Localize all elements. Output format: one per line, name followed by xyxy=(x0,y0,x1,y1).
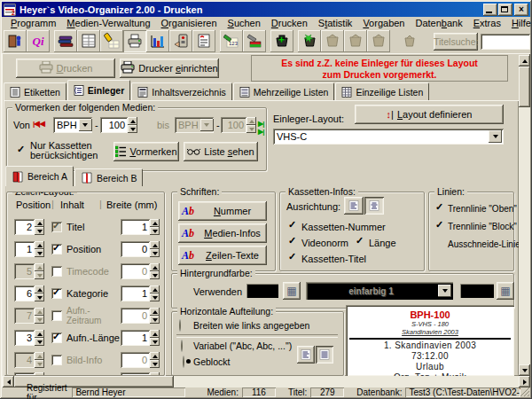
resize-grip[interactable] xyxy=(520,387,529,398)
radio-breiten-wie-links[interactable] xyxy=(179,319,181,332)
menu-drucken[interactable]: Drucken xyxy=(266,17,313,29)
einleger-layout-combo[interactable]: VHS-C xyxy=(273,129,504,145)
breite-spinner[interactable]: 1 xyxy=(121,330,160,346)
align-left-button[interactable] xyxy=(344,197,364,215)
menu-hilfe[interactable]: Hilfe xyxy=(506,17,532,29)
vertical-scrollbar[interactable] xyxy=(519,55,530,376)
breite-spinner[interactable]: 0 xyxy=(121,352,160,368)
farbmodus-combo[interactable]: einfarbig 1 xyxy=(306,282,453,300)
statistics-button[interactable] xyxy=(146,30,169,52)
edit-values-button[interactable]: 123 xyxy=(220,30,243,52)
tab-etiketten[interactable]: Etiketten xyxy=(4,82,66,100)
scroll-left-button[interactable] xyxy=(3,376,14,387)
print-button-toolbar[interactable] xyxy=(123,30,146,52)
breite-spinner[interactable]: 0 xyxy=(121,263,160,279)
vertical-scroll-thumb[interactable] xyxy=(519,66,530,107)
tab-bereich-a[interactable]: Bereich A xyxy=(5,166,74,186)
drucken-button[interactable]: Drucken xyxy=(16,59,115,78)
breite-spinner[interactable]: 0 xyxy=(121,308,160,324)
inhalt-checkbox[interactable] xyxy=(51,288,62,299)
radio-variabel[interactable] xyxy=(181,340,183,352)
breite-spinner[interactable]: 1 xyxy=(121,286,160,301)
menu-extras[interactable]: Extras xyxy=(468,17,506,29)
schrift-nummer-button[interactable]: Ab Nummer xyxy=(178,201,267,221)
radio-geblockt[interactable] xyxy=(183,356,184,368)
menu-medien-verwaltung[interactable]: Medien-Verwaltung xyxy=(61,17,155,29)
block-left-button[interactable] xyxy=(297,346,315,364)
spin-down-icon[interactable] xyxy=(246,125,256,133)
search-flashlight-button[interactable] xyxy=(100,30,123,52)
toggle-switch-button[interactable] xyxy=(169,30,192,52)
spin-down-icon[interactable] xyxy=(128,125,137,133)
breite-spinner[interactable]: 0 xyxy=(121,241,160,257)
pos-spinner[interactable]: 2 xyxy=(14,219,44,235)
tab-bereich-b[interactable]: Bereich B xyxy=(74,168,144,186)
notes-button[interactable] xyxy=(192,30,215,52)
von-nummer-spinner[interactable]: 100 xyxy=(100,117,137,133)
inhalt-checkbox[interactable] xyxy=(51,332,62,343)
export-c-button[interactable] xyxy=(367,30,390,52)
spin-up-icon[interactable] xyxy=(128,117,137,125)
schrift-zeilen-texte-button[interactable]: Ab Zeilen-Texte xyxy=(178,246,267,265)
inhalt-checkbox[interactable] xyxy=(51,266,62,277)
tab-mehrzeilige-listen[interactable]: Mehrzeilige Listen xyxy=(233,82,335,100)
tab-einleger[interactable]: Einleger xyxy=(67,80,130,100)
menu-programm[interactable]: Programm xyxy=(5,17,61,29)
maximize-button[interactable] xyxy=(498,4,512,16)
inhalt-checkbox[interactable] xyxy=(51,244,62,254)
von-prefix-combo[interactable]: BPH xyxy=(53,117,92,133)
minimize-button[interactable] xyxy=(483,4,497,16)
liste-sehen-button[interactable]: Liste sehen xyxy=(184,142,258,161)
inhalt-checkbox[interactable] xyxy=(51,355,62,365)
export-b-button[interactable] xyxy=(344,30,367,52)
pos-spinner[interactable]: 3 xyxy=(14,330,44,346)
scroll-right-button[interactable] xyxy=(519,376,530,387)
menu-suchen[interactable]: Suchen xyxy=(223,17,266,29)
exit-button[interactable] xyxy=(4,30,27,52)
schrift-medien-infos-button[interactable]: Ab Medien-Infos xyxy=(178,223,267,243)
export-a-button[interactable] xyxy=(321,30,344,52)
bis-nummer-spinner[interactable]: 100 xyxy=(221,117,256,133)
title-bar[interactable]: 2 Heyer`s Video-Organizer 2.00 - Drucken… xyxy=(2,2,530,17)
inhalt-checkbox[interactable] xyxy=(51,310,62,321)
vormerken-button[interactable]: Vormerken xyxy=(113,142,179,161)
titelsuche-button[interactable]: Titelsuche: xyxy=(434,33,478,51)
menu-vorgaben[interactable]: Vorgaben xyxy=(357,17,410,29)
dropdown-arrow-icon[interactable] xyxy=(200,119,214,131)
dropdown-arrow-icon[interactable] xyxy=(79,119,92,131)
pos-spinner[interactable]: 1 xyxy=(14,241,44,257)
titelsuche-input[interactable] xyxy=(481,34,530,50)
quick-info-button[interactable]: Qi xyxy=(27,30,50,52)
bis-prefix-combo[interactable]: BPH xyxy=(175,117,214,133)
export-new-button[interactable] xyxy=(298,30,321,52)
menu-datenbank[interactable]: Datenbank xyxy=(410,17,467,29)
media-list-button[interactable] xyxy=(77,30,100,52)
last-media-icon[interactable]: ▶|▶| xyxy=(258,120,266,136)
scroll-down-button[interactable] xyxy=(519,364,530,376)
dropdown-arrow-icon[interactable] xyxy=(489,130,502,143)
add-media-button[interactable] xyxy=(270,30,293,52)
first-media-icon[interactable]: |◀|◀ xyxy=(33,120,44,128)
inhalt-checkbox[interactable] xyxy=(51,222,62,232)
tab-einzeilige-listen[interactable]: Einzeilige Listen xyxy=(335,82,429,100)
pos-spinner[interactable]: 4 xyxy=(14,352,44,368)
layout-definieren-button[interactable]: ↕| Layout definieren xyxy=(355,105,504,124)
spin-up-icon[interactable] xyxy=(246,117,256,125)
edit-colors-button[interactable] xyxy=(243,30,266,52)
palette-button-2[interactable]: ▦ xyxy=(497,282,514,300)
scroll-up-button[interactable] xyxy=(519,55,530,66)
media-books-button[interactable] xyxy=(54,30,77,52)
block-justify-button[interactable] xyxy=(316,346,333,364)
pos-spinner[interactable]: 5 xyxy=(14,263,44,279)
horizontal-scrollbar[interactable] xyxy=(3,376,530,387)
align-center-button[interactable] xyxy=(364,197,384,215)
tab-inhaltsverzeichnis[interactable]: Inhaltsverzeichnis xyxy=(131,82,231,100)
palette-button-1[interactable]: ▦ xyxy=(283,282,301,300)
pos-spinner[interactable]: 7 xyxy=(14,308,44,324)
pos-spinner[interactable]: 6 xyxy=(14,286,44,301)
dropdown-arrow-icon[interactable] xyxy=(438,285,451,297)
breite-spinner[interactable]: 1 xyxy=(121,219,160,235)
close-button[interactable]: × xyxy=(514,4,528,16)
menu-organisieren[interactable]: Organisieren xyxy=(156,17,223,29)
drucker-einrichten-button[interactable]: Drucker einrichten xyxy=(120,59,219,78)
